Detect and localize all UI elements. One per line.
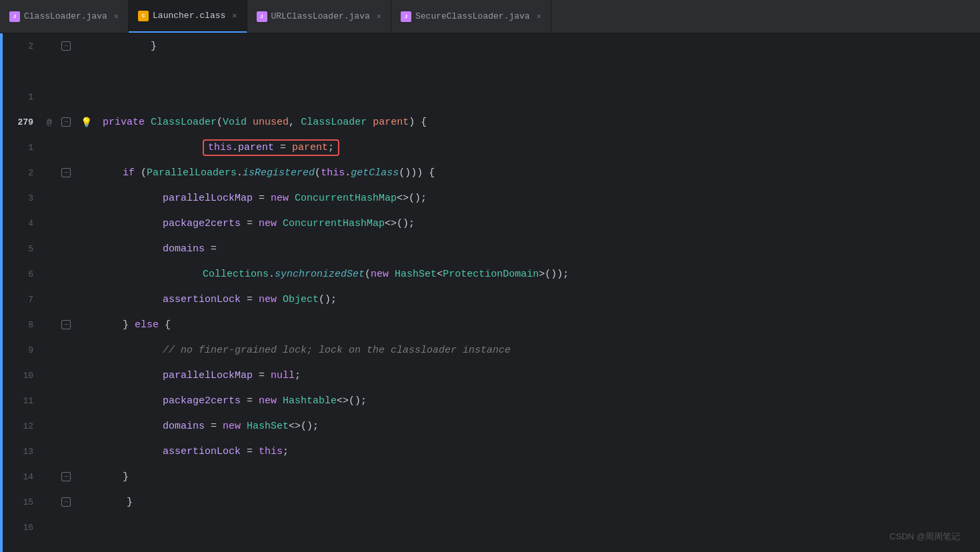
line-number: 2 — [3, 168, 43, 178]
code-line: Collections.synchronizedSet(new HashSet<… — [96, 261, 569, 287]
java-icon: J — [257, 11, 267, 22]
line-number: 14 — [3, 472, 43, 482]
highlighted-code-box: this.parent = parent; — [203, 139, 339, 156]
table-row: 1 — [3, 84, 980, 109]
tab-label: ClassLoader.java — [24, 11, 107, 21]
line-number: 13 — [3, 447, 43, 457]
table-row: 7 assertionLock = new Object(); — [3, 287, 980, 312]
fold-icon[interactable]: − — [61, 497, 71, 507]
class-icon: C — [138, 11, 149, 21]
code-line: } — [96, 33, 157, 59]
fold-icon[interactable]: − — [61, 472, 71, 481]
table-row: 11 package2certs = new Hashtable<>(); — [3, 388, 980, 413]
code-line: this.parent = parent; — [96, 135, 339, 160]
code-line: domains = new HashSet<>(); — [96, 413, 319, 439]
code-line: parallelLockMap = null; — [96, 363, 301, 388]
line-number: 1 — [3, 143, 43, 153]
gutter-at: @ — [43, 117, 56, 127]
tab-bar: J ClassLoader.java ✕ C Launcher.class ✕ … — [0, 0, 980, 33]
table-row: 6 Collections.synchronizedSet(new HashSe… — [3, 261, 980, 287]
code-line: domains = — [96, 236, 217, 261]
code-line — [96, 59, 103, 84]
line-number: 3 — [3, 193, 43, 203]
code-line: } — [96, 464, 129, 489]
line-number: 8 — [3, 320, 43, 330]
table-row: 2 − if (ParallelLoaders.isRegistered(thi… — [3, 160, 980, 185]
gutter-fold[interactable]: − — [56, 472, 76, 481]
gutter-fold[interactable]: − — [56, 41, 76, 51]
code-line: // no finer-grained lock; lock on the cl… — [96, 337, 511, 363]
code-line: } — [96, 489, 133, 515]
lightbulb-icon[interactable]: 💡 — [81, 117, 92, 128]
code-line: parallelLockMap = new ConcurrentHashMap<… — [96, 185, 427, 211]
table-row: 10 parallelLockMap = null; — [3, 363, 980, 388]
line-number: 15 — [3, 497, 43, 507]
line-number: 12 — [3, 421, 43, 431]
table-row: 16 — [3, 515, 980, 540]
table-row — [3, 59, 980, 84]
line-number: 5 — [3, 244, 43, 254]
tab-secureclassloader-java[interactable]: J SecureClassLoader.java ✕ — [391, 0, 551, 33]
fold-icon[interactable]: − — [61, 320, 71, 329]
code-line — [96, 84, 103, 109]
code-line: } else { — [96, 312, 171, 337]
table-row: 3 parallelLockMap = new ConcurrentHashMa… — [3, 185, 980, 211]
line-number: 9 — [3, 345, 43, 355]
gutter-fold[interactable]: − — [56, 117, 76, 127]
table-row: 2 − } — [3, 33, 980, 59]
editor-area: 2 − } 1 279 — [0, 33, 980, 552]
code-line: if (ParallelLoaders.isRegistered(this.ge… — [96, 160, 435, 185]
line-number: 1 — [3, 92, 43, 102]
line-number: 2 — [3, 41, 43, 51]
java-icon: J — [401, 11, 411, 22]
code-line: assertionLock = new Object(); — [96, 287, 337, 312]
tab-label: SecureClassLoader.java — [415, 11, 530, 21]
table-row: 14 − } — [3, 464, 980, 489]
code-container: 2 − } 1 279 — [3, 33, 980, 552]
tab-close-button[interactable]: ✕ — [537, 11, 541, 21]
table-row: 9 // no finer-grained lock; lock on the … — [3, 337, 980, 363]
table-row: 12 domains = new HashSet<>(); — [3, 413, 980, 439]
line-number: 4 — [3, 219, 43, 229]
table-row: 13 assertionLock = this; — [3, 439, 980, 464]
line-number: 16 — [3, 523, 43, 533]
table-row: 5 domains = — [3, 236, 980, 261]
java-icon: J — [9, 11, 20, 22]
watermark: CSDN @周周笔记 — [889, 531, 960, 543]
tab-close-button[interactable]: ✕ — [377, 11, 381, 21]
tab-label: Launcher.class — [153, 11, 225, 21]
gutter-fold[interactable]: − — [56, 320, 76, 329]
tab-label: URLClassLoader.java — [271, 11, 370, 21]
gutter-bulb[interactable]: 💡 — [76, 117, 96, 128]
line-number: 11 — [3, 396, 43, 406]
gutter-fold[interactable]: − — [56, 497, 76, 507]
table-row: 1 this.parent = parent; — [3, 135, 980, 160]
table-row: 8 − } else { — [3, 312, 980, 337]
line-number: 7 — [3, 295, 43, 305]
line-number: 10 — [3, 371, 43, 381]
code-line — [96, 515, 103, 540]
annotation-marker: @ — [47, 117, 52, 127]
tab-launcher-class[interactable]: C Launcher.class ✕ — [129, 0, 247, 33]
line-number: 279 — [3, 117, 43, 127]
code-line: package2certs = new Hashtable<>(); — [96, 388, 367, 413]
tab-classloader-java[interactable]: J ClassLoader.java ✕ — [0, 0, 129, 33]
table-row: 15 − } — [3, 489, 980, 515]
fold-icon[interactable]: − — [61, 168, 71, 177]
tab-close-button[interactable]: ✕ — [114, 11, 119, 21]
tab-urlclassloader-java[interactable]: J URLClassLoader.java ✕ — [247, 0, 391, 33]
line-number: 6 — [3, 269, 43, 279]
tab-close-button[interactable]: ✕ — [232, 11, 237, 21]
table-row: 4 package2certs = new ConcurrentHashMap<… — [3, 211, 980, 236]
fold-icon[interactable]: − — [61, 117, 71, 127]
code-line: assertionLock = this; — [96, 439, 289, 464]
gutter-fold[interactable]: − — [56, 168, 76, 177]
fold-icon[interactable]: − — [61, 41, 71, 51]
code-line: package2certs = new ConcurrentHashMap<>(… — [96, 211, 415, 236]
